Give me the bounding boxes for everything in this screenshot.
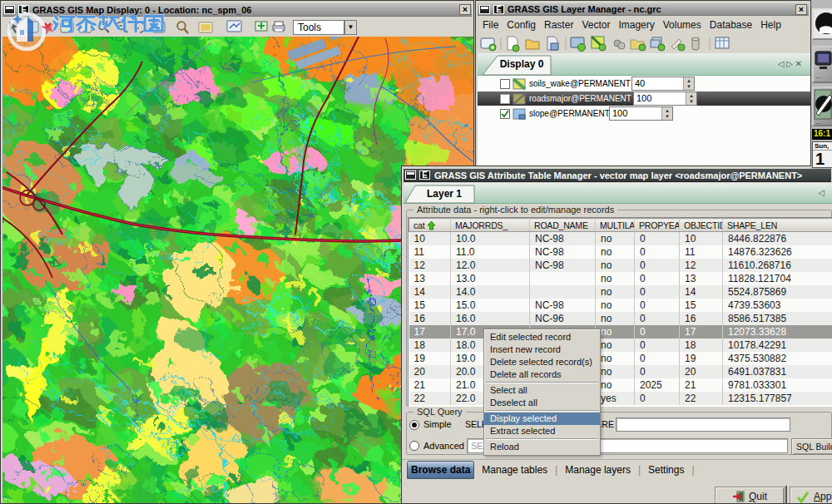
svg-text:...: ... — [815, 72, 822, 80]
svg-text:...: ... — [815, 117, 822, 125]
